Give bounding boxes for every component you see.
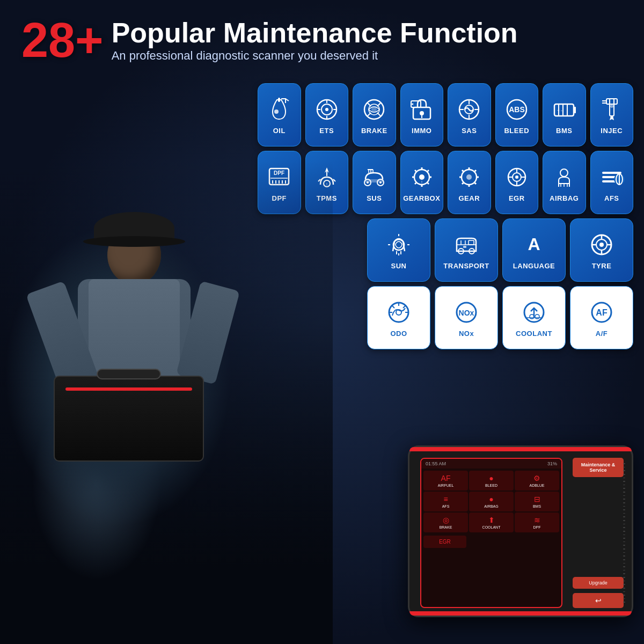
svg-text:A: A [528,235,540,254]
main-content: 28+ Popular Maintenance Function An prof… [0,0,644,644]
icon-gearbox[interactable]: ! GEARBOX [400,151,444,214]
sun-label: SUN [391,262,407,270]
sus-label: SUS [367,194,382,202]
icon-injec[interactable]: INJEC [590,83,634,147]
screen-label-airbag: AIRBAG [484,504,498,508]
screen-item-bms[interactable]: ⊟ BMS [515,492,559,511]
icon-row-1: OIL ETS [258,83,633,147]
screen-item-bleed[interactable]: ● BLEED [469,471,514,491]
worker-photo-area [0,161,333,644]
icon-transport[interactable]: TRANSPORT [435,218,498,282]
screen-icon-egr: EGR [439,539,451,545]
svg-rect-30 [574,107,576,113]
screen-item-afs[interactable]: ≡ AFS [423,492,468,511]
speaker-dot [623,488,625,489]
screen-label-bms: BMS [533,504,541,508]
screen-label-airfuel: AIRFUEL [438,484,454,487]
speaker-dot [623,591,625,592]
svg-rect-36 [606,99,617,104]
speaker-dot [623,502,625,503]
icon-airbag[interactable]: AIRBAG [543,151,586,214]
screen-item-airbag[interactable]: ● AIRBAG [469,492,514,511]
bms-label: BMS [556,127,572,135]
screen-icon-dpf: ≋ [534,516,540,524]
svg-line-98 [392,306,394,308]
speaker-dot [623,538,625,539]
speaker-dot [623,463,625,464]
icon-immo[interactable]: IMMO [400,83,444,147]
speaker-dot [623,552,625,553]
header-text-block: Popular Maintenance Function An professi… [112,18,518,62]
speaker-dot [623,545,625,546]
speaker-dot [623,570,625,571]
icon-bleed[interactable]: ABS BLEED [495,83,539,147]
screen-time: 01:55 AM [426,461,446,466]
icon-brake[interactable]: BRAKE [353,83,396,147]
icon-language[interactable]: A LANGUAGE [502,218,566,282]
screen-label-bleed: BLEED [485,484,497,487]
speaker-dot [623,559,625,560]
device-bottom-stripe [409,611,632,616]
icon-ets[interactable]: ETS [305,83,349,147]
mechanic-toolbox [54,376,204,462]
icon-coolant[interactable]: COOLANT [502,286,566,349]
mechanic-hat-brim [83,236,185,247]
svg-text:ABS: ABS [509,105,525,114]
icon-gear[interactable]: GEAR [448,151,491,214]
odo-label: ODO [390,330,407,338]
screen-icon-adblue: ⚙ [533,474,540,482]
icon-sun[interactable]: SUN [367,218,430,282]
svg-point-56 [379,181,382,184]
icon-nox[interactable]: NOx NOx [435,286,498,349]
device-sidebar: Maintenance & Service Upgrade ↩ [573,458,624,608]
screen-item-dpf[interactable]: ≋ DPF [515,513,559,532]
speaker-dot [623,535,625,536]
back-button[interactable]: ↩ [573,593,624,608]
icon-sus[interactable]: SUS [353,151,396,214]
svg-point-54 [367,181,369,184]
screen-label-adblue: ADBLUE [529,484,544,487]
speaker-dot [623,470,625,471]
svg-point-9 [325,108,328,111]
icon-sas[interactable]: SAS [448,83,491,147]
afs-label: AFS [604,194,619,202]
icon-tyre[interactable]: TYRE [570,218,633,282]
screen-item-brake[interactable]: ◎ BRAKE [423,513,468,532]
speaker-dot [623,481,625,482]
icon-bms[interactable]: + - BMS [543,83,586,147]
svg-point-39 [610,105,613,108]
nox-label: NOx [459,330,474,338]
coolant-label: COOLANT [516,330,552,338]
speaker-dot [623,485,625,486]
feature-count: 28+ [21,16,104,64]
device-screen[interactable]: 01:55 AM 31% AF AIRFUEL ● BLEED ⚙ ADBLUE [420,458,562,608]
screen-item-egr[interactable]: EGR [423,536,466,548]
icon-oil[interactable]: OIL [258,83,301,147]
speaker-dot [623,595,625,596]
speaker-dot [623,548,625,550]
brake-label: BRAKE [361,127,387,135]
svg-point-65 [515,175,518,179]
upgrade-button[interactable]: Upgrade [573,577,624,589]
icon-odo[interactable]: ODO [367,286,430,349]
speaker-dot [623,516,625,517]
gearbox-label: GEARBOX [403,194,440,202]
airbag-label: AIRBAG [550,194,579,202]
speaker-dot [623,563,625,564]
screen-icon-airbag: ● [489,495,493,503]
svg-point-0 [274,109,279,114]
svg-rect-84 [469,240,474,245]
screen-status-bar: 01:55 AM 31% [421,459,561,469]
screen-item-coolant[interactable]: ⬆ COOLANT [469,513,514,532]
screen-label-brake: BRAKE [440,525,452,529]
icon-afs[interactable]: AFS [590,151,634,214]
icon-af[interactable]: AF A/F [570,286,633,349]
speaker-dot [623,520,625,521]
screen-item-adblue[interactable]: ⚙ ADBLUE [515,471,559,491]
screen-item-airfuel[interactable]: AF AIRFUEL [423,471,468,491]
tyre-label: TYRE [592,262,612,270]
speaker-dot [623,584,625,585]
speaker-dot [623,581,625,582]
screen-icon-airfuel: AF [441,474,451,482]
icon-egr[interactable]: EGR [495,151,539,214]
